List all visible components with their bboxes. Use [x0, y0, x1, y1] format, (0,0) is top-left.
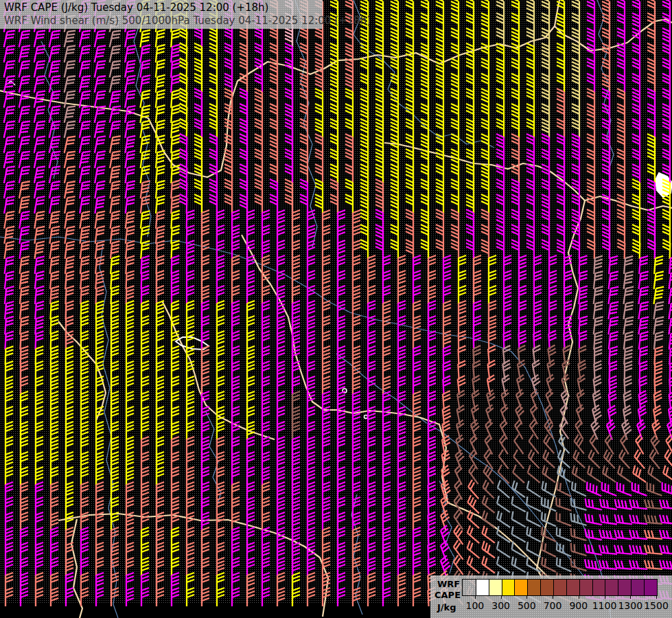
wind-shear-barb: [292, 588, 300, 606]
legend-box: WRF CAPE J/kg 10030050070090011001300150…: [430, 575, 672, 618]
colorbar-cell: [502, 580, 515, 595]
wind-shear-barb: [455, 435, 468, 455]
wind-shear-barb: [546, 360, 558, 380]
wind-shear-barb: [528, 420, 544, 439]
wind-shear-barb: [500, 389, 513, 409]
wind-shear-barb: [480, 495, 500, 512]
wind-shear-barb: [21, 588, 28, 606]
wind-shear-barb: [659, 500, 672, 509]
wind-shear-barb: [451, 240, 459, 259]
wind-shear-barb: [480, 556, 499, 573]
wind-shear-barb: [368, 588, 375, 606]
wind-shear-barb: [465, 495, 484, 514]
country-border: [585, 196, 672, 210]
wrf-cape-shear-map-screenshot: WRF CAPE (J/kg) Tuesday 04-11-2025 12:00…: [0, 0, 672, 618]
wind-shear-barb: [452, 525, 470, 545]
wind-shear-barb: [262, 588, 270, 606]
colorbar-cell: [514, 580, 527, 595]
colorbar-tick: [475, 595, 476, 599]
title-shear-line: WRF Wind shear (m/s) 500/1000hPa Tuesday…: [4, 14, 371, 27]
wind-shear-barb: [391, 240, 398, 259]
colorbar-tick-label: 1300: [618, 600, 642, 611]
wind-shear-barb: [465, 510, 484, 528]
wind-shear-barb: [247, 588, 255, 606]
wind-shear-barb: [577, 375, 588, 395]
colorbar-cell: [540, 580, 553, 595]
wind-shear-barb: [529, 404, 544, 424]
colorbar-tick: [579, 595, 579, 599]
title-cape-line: WRF CAPE (J/kg) Tuesday 04-11-2025 12:00…: [4, 1, 268, 14]
wind-shear-barb: [217, 588, 224, 606]
wind-shear-barb: [617, 240, 625, 259]
legend-model-label: WRF: [437, 579, 460, 589]
wind-shear-barb: [465, 540, 485, 558]
wind-shear-barb: [315, 194, 323, 214]
colorbar-cell: [489, 580, 502, 595]
wind-shear-barb: [452, 540, 469, 560]
colorbar-cell: [631, 580, 644, 595]
wind-shear-barb: [453, 480, 469, 500]
cape-colorbar: [462, 579, 658, 596]
colorbar-cell: [644, 580, 657, 595]
wind-shear-barb: [456, 420, 467, 440]
wind-shear-barb: [496, 240, 504, 259]
wind-shear-barb: [141, 588, 149, 606]
wind-shear-barb: [270, 194, 277, 214]
wind-shear-barb: [375, 240, 383, 259]
wind-shear-barb: [480, 511, 499, 528]
wind-shear-barb: [526, 240, 534, 259]
wind-shear-barb: [663, 450, 672, 469]
colorbar-cell: [579, 580, 592, 595]
legend-parameter-label: CAPE: [435, 590, 461, 600]
wind-shear-barb: [187, 588, 194, 606]
wind-shear-barb: [468, 450, 484, 470]
small-lake: [364, 415, 368, 419]
wind-shear-barb: [632, 240, 640, 259]
wind-shear-barb: [240, 194, 247, 214]
wind-shear-barb: [502, 375, 513, 395]
wind-shear-barb: [5, 588, 13, 606]
wind-shear-barb: [486, 390, 498, 410]
colorbar-tick: [526, 595, 527, 599]
colorbar-cell: [553, 580, 566, 595]
wind-shear-barb: [436, 240, 443, 259]
wind-shear-barb: [557, 240, 564, 259]
wind-shear-barb: [516, 375, 528, 395]
wind-shear-barb: [646, 466, 665, 483]
wind-shear-barb: [515, 389, 529, 409]
wind-shear-barb: [172, 588, 179, 606]
colorbar-tick-label: 700: [544, 600, 562, 611]
wind-shear-barb: [669, 346, 672, 365]
wind-shear-barb: [481, 240, 489, 259]
wind-shear-barb: [232, 588, 240, 606]
wind-shear-barb: [495, 511, 515, 527]
wind-shear-barb: [66, 588, 73, 606]
wind-shear-barb: [526, 450, 545, 468]
wind-shear-barb: [485, 404, 498, 424]
wind-shear-barb: [472, 390, 483, 410]
wind-shear-barb: [592, 390, 603, 410]
wind-shear-barb: [662, 240, 671, 259]
wind-shear-barb: [669, 376, 672, 394]
colorbar-tick: [501, 595, 502, 599]
colorbar-tick-label: 900: [569, 600, 588, 611]
wind-shear-barb: [514, 404, 529, 424]
colorbar-cell: [605, 580, 618, 595]
colorbar-cell: [527, 580, 540, 595]
wind-shear-barb: [454, 465, 469, 485]
wind-shear-barb: [587, 240, 595, 259]
colorbar-tick-label: 500: [518, 600, 536, 611]
wind-shear-barb: [495, 541, 515, 558]
title-box: WRF CAPE (J/kg) Tuesday 04-11-2025 12:00…: [0, 0, 323, 29]
colorbar-tick: [605, 595, 605, 599]
colorbar-cell: [592, 580, 605, 595]
wind-shear-barb: [557, 435, 575, 453]
wind-shear-barb: [511, 240, 519, 259]
wind-shear-barb: [512, 450, 530, 469]
wind-shear-barb: [496, 465, 515, 483]
wind-shear-barb: [510, 481, 529, 498]
wind-shear-barb: [469, 435, 483, 455]
wind-shear-barb: [481, 480, 500, 499]
wind-shear-barb: [126, 588, 134, 606]
wind-shear-barb: [495, 556, 515, 573]
